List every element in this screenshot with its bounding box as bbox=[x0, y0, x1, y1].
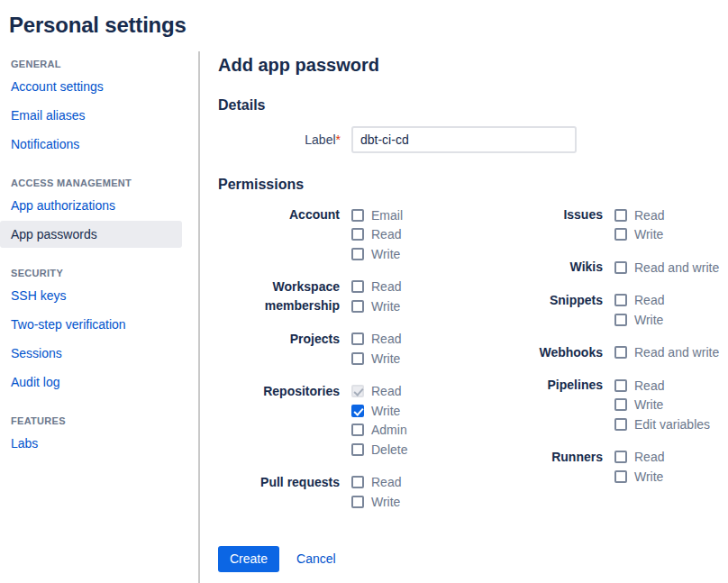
permission-group-options: Read Write bbox=[614, 291, 664, 330]
permission-option-label: Write bbox=[371, 247, 400, 261]
permission-repositories-delete[interactable]: Delete bbox=[351, 440, 407, 460]
checkbox-icon[interactable] bbox=[614, 379, 627, 392]
sidebar-item-audit-log[interactable]: Audit log bbox=[0, 369, 182, 396]
permission-issues-write[interactable]: Write bbox=[614, 225, 664, 245]
permission-runners-read[interactable]: Read bbox=[614, 448, 664, 468]
sidebar-item-sessions[interactable]: Sessions bbox=[0, 340, 182, 367]
label-field-row: Label* bbox=[218, 126, 728, 153]
checkbox-icon[interactable] bbox=[614, 294, 627, 306]
permission-group-options: Read and write bbox=[614, 258, 719, 278]
checkbox-icon[interactable] bbox=[614, 470, 627, 483]
checkbox-icon[interactable] bbox=[614, 228, 627, 241]
checkbox-icon[interactable] bbox=[351, 332, 364, 345]
checkbox-icon[interactable] bbox=[614, 418, 627, 431]
checkbox-icon[interactable] bbox=[351, 300, 364, 313]
permission-option-label: Write bbox=[634, 469, 663, 484]
sidebar-item-email-aliases[interactable]: Email aliases bbox=[0, 102, 182, 129]
permission-wikis-read-and-write[interactable]: Read and write bbox=[614, 258, 719, 278]
permission-group-options: Read Write Admin Delete bbox=[351, 382, 407, 460]
permission-group-label: Webhooks bbox=[514, 343, 614, 363]
permission-pull-requests-read[interactable]: Read bbox=[351, 473, 401, 493]
create-button[interactable]: Create bbox=[218, 546, 279, 572]
permission-repositories-admin[interactable]: Admin bbox=[351, 421, 407, 441]
permission-option-label: Write bbox=[371, 299, 400, 314]
checkbox-icon[interactable] bbox=[351, 228, 364, 241]
permission-group-options: Read Write bbox=[351, 473, 401, 512]
permission-account-read[interactable]: Read bbox=[351, 225, 403, 245]
permission-option-label: Read bbox=[634, 208, 664, 223]
form-title: Add app password bbox=[218, 55, 728, 76]
permission-repositories-write[interactable]: Write bbox=[351, 401, 407, 421]
checkbox-icon[interactable] bbox=[351, 496, 364, 508]
checkbox-icon[interactable] bbox=[351, 280, 364, 293]
permission-group-pipelines: Pipelines Read Write Edit variables bbox=[514, 376, 719, 434]
permission-option-label: Read bbox=[634, 450, 664, 464]
checkbox-icon[interactable] bbox=[614, 261, 627, 274]
permission-group-pull-requests: Pull requests Read Write bbox=[218, 473, 481, 512]
main-content: Add app password Details Label* Permissi… bbox=[200, 51, 728, 583]
permission-repositories-read: Read bbox=[351, 382, 407, 402]
permission-snippets-read[interactable]: Read bbox=[614, 291, 664, 311]
permission-pipelines-edit-variables[interactable]: Edit variables bbox=[614, 414, 710, 434]
checkbox-icon[interactable] bbox=[614, 209, 627, 222]
details-heading: Details bbox=[218, 97, 728, 114]
sidebar: GENERAL Account settingsEmail aliasesNot… bbox=[0, 51, 200, 583]
sidebar-section-heading: FEATURES bbox=[0, 415, 198, 426]
sidebar-section-heading: GENERAL bbox=[0, 59, 198, 69]
permission-workspace-membership-read[interactable]: Read bbox=[351, 278, 401, 297]
sidebar-section-items: Labs bbox=[0, 430, 198, 457]
permission-workspace-membership-write[interactable]: Write bbox=[351, 296, 401, 316]
permission-group-options: Read Write bbox=[351, 278, 401, 316]
sidebar-section-heading: ACCESS MANAGEMENT bbox=[0, 178, 198, 188]
sidebar-item-app-passwords[interactable]: App passwords bbox=[0, 221, 182, 248]
checkbox-icon[interactable] bbox=[351, 405, 364, 417]
label-input[interactable] bbox=[351, 126, 577, 153]
page-header: Personal settings bbox=[0, 0, 728, 51]
permission-pull-requests-write[interactable]: Write bbox=[351, 492, 401, 512]
permission-pipelines-write[interactable]: Write bbox=[614, 396, 710, 415]
permission-group-label: Projects bbox=[218, 330, 351, 369]
permission-webhooks-read-and-write[interactable]: Read and write bbox=[614, 343, 719, 363]
checkbox-icon[interactable] bbox=[614, 346, 627, 359]
sidebar-section-items: SSH keysTwo-step verificationSessionsAud… bbox=[0, 282, 198, 396]
permission-group-label: Account bbox=[218, 205, 351, 264]
permission-option-label: Read bbox=[371, 279, 401, 294]
checkbox-icon[interactable] bbox=[351, 248, 364, 260]
permission-issues-read[interactable]: Read bbox=[614, 205, 664, 225]
checkbox-icon[interactable] bbox=[351, 443, 364, 456]
form-actions: Create Cancel bbox=[218, 546, 728, 572]
permission-group-issues: Issues Read Write bbox=[514, 205, 719, 244]
permissions-columns: Account Email Read Write Workspace membe… bbox=[218, 205, 728, 525]
checkbox-icon[interactable] bbox=[351, 476, 364, 488]
sidebar-item-two-step-verification[interactable]: Two-step verification bbox=[0, 311, 182, 338]
cancel-link[interactable]: Cancel bbox=[296, 551, 336, 566]
permission-option-label: Read and write bbox=[634, 260, 719, 275]
checkbox-icon[interactable] bbox=[614, 314, 627, 326]
sidebar-item-app-authorizations[interactable]: App authorizations bbox=[0, 192, 182, 219]
permission-group-options: Read Write Edit variables bbox=[614, 376, 710, 434]
sidebar-section-items: Account settingsEmail aliasesNotificatio… bbox=[0, 73, 198, 158]
permission-snippets-write[interactable]: Write bbox=[614, 310, 664, 330]
checkbox-icon[interactable] bbox=[614, 451, 627, 463]
sidebar-item-ssh-keys[interactable]: SSH keys bbox=[0, 282, 182, 309]
sidebar-item-labs[interactable]: Labs bbox=[0, 430, 182, 457]
checkbox-icon[interactable] bbox=[614, 398, 627, 411]
checkbox-icon[interactable] bbox=[351, 424, 364, 436]
checkbox-icon[interactable] bbox=[351, 352, 364, 365]
permission-group-label: Snippets bbox=[514, 291, 614, 330]
checkbox-icon[interactable] bbox=[351, 209, 364, 222]
permission-projects-read[interactable]: Read bbox=[351, 330, 401, 350]
permission-option-label: Read bbox=[371, 227, 401, 241]
sidebar-item-notifications[interactable]: Notifications bbox=[0, 131, 182, 158]
permission-group-workspace-membership: Workspace membership Read Write bbox=[218, 278, 481, 316]
sidebar-item-account-settings[interactable]: Account settings bbox=[0, 73, 182, 100]
permission-runners-write[interactable]: Write bbox=[614, 467, 664, 487]
permission-account-write[interactable]: Write bbox=[351, 244, 403, 264]
permission-pipelines-read[interactable]: Read bbox=[614, 376, 710, 396]
permission-group-label: Repositories bbox=[218, 382, 351, 460]
label-field-label: Label* bbox=[218, 132, 351, 147]
permission-account-email[interactable]: Email bbox=[351, 205, 403, 225]
permission-group-account: Account Email Read Write bbox=[218, 205, 481, 264]
permission-option-label: Admin bbox=[371, 423, 407, 437]
permission-projects-write[interactable]: Write bbox=[351, 349, 401, 369]
